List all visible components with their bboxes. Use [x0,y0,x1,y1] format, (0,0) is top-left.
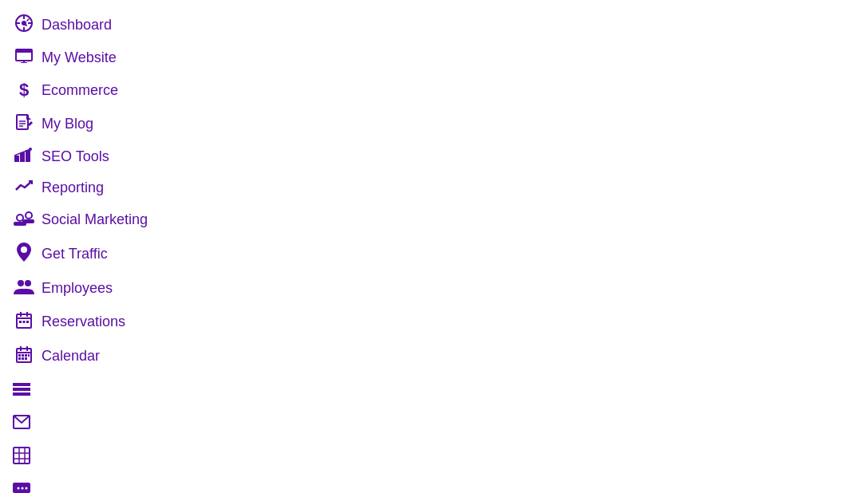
svg-rect-36 [26,321,29,323]
sidebar-item-social-marketing[interactable]: Social Marketing [0,203,184,236]
employees-icon [13,278,35,298]
svg-rect-48 [13,383,30,386]
svg-rect-47 [25,357,27,360]
svg-point-57 [18,487,20,490]
svg-rect-26 [22,219,34,223]
chat-icon [13,483,32,493]
sidebar-item-list[interactable] [0,373,184,407]
my-website-icon [13,49,35,67]
seo-tools-icon [13,148,35,166]
dashboard-icon [13,14,35,36]
svg-rect-17 [20,152,25,162]
sidebar-item-label-dashboard: Dashboard [42,17,112,34]
sidebar-item-label-ecommerce: Ecommerce [42,82,118,99]
sidebar: Dashboard My Website $ Ecommerce [0,0,184,493]
sidebar-item-label-employees: Employees [42,280,113,297]
sidebar-item-mail[interactable] [0,407,184,440]
sidebar-item-dashboard[interactable]: Dashboard [0,8,184,42]
sidebar-item-label-my-website: My Website [42,49,117,66]
sidebar-item-my-website[interactable]: My Website [0,42,184,73]
svg-rect-45 [18,357,21,360]
svg-rect-41 [18,354,21,357]
ecommerce-icon: $ [13,80,35,101]
svg-point-22 [18,215,22,220]
svg-rect-9 [16,49,32,53]
sidebar-item-label-reporting: Reporting [42,179,104,196]
sidebar-item-reporting[interactable]: Reporting [0,172,184,203]
svg-rect-42 [22,354,24,357]
my-blog-icon [13,113,35,135]
svg-rect-35 [23,321,26,323]
sidebar-item-chat[interactable] [0,475,184,493]
sidebar-item-label-calendar: Calendar [42,348,100,365]
svg-rect-50 [13,392,30,396]
reporting-icon [13,179,35,197]
svg-rect-16 [14,156,19,162]
get-traffic-icon [13,243,35,266]
svg-point-27 [21,246,27,253]
svg-point-28 [18,280,24,286]
sidebar-item-seo-tools[interactable]: SEO Tools [0,141,184,172]
sidebar-item-label-social-marketing: Social Marketing [42,211,148,228]
sidebar-item-reservations[interactable]: Reservations [0,305,184,339]
svg-rect-18 [26,150,30,162]
sidebar-item-calendar[interactable]: Calendar [0,339,184,373]
svg-line-7 [25,24,27,26]
svg-point-29 [25,280,31,286]
mail-icon [13,413,30,433]
reservations-icon [13,311,35,333]
sidebar-item-label-my-blog: My Blog [42,116,93,132]
sidebar-item-get-traffic[interactable]: Get Traffic [0,236,184,272]
calendar-icon [13,345,35,367]
sidebar-item-table[interactable] [0,440,184,475]
svg-rect-52 [14,448,30,463]
svg-rect-46 [22,357,24,360]
svg-point-58 [22,487,24,490]
list-icon [13,380,30,400]
svg-point-24 [26,213,31,218]
sidebar-item-label-get-traffic: Get Traffic [42,246,108,262]
sidebar-item-employees[interactable]: Employees [0,272,184,305]
sidebar-item-label-reservations: Reservations [42,314,125,330]
svg-rect-43 [25,354,27,357]
svg-line-3 [27,19,30,22]
sidebar-item-my-blog[interactable]: My Blog [0,107,184,141]
sidebar-item-label-seo-tools: SEO Tools [42,148,109,165]
svg-rect-12 [17,115,28,129]
sidebar-item-ecommerce[interactable]: $ Ecommerce [0,73,184,107]
table-icon [13,448,30,468]
svg-rect-49 [13,388,30,391]
svg-point-59 [26,487,28,490]
social-marketing-icon [13,210,35,230]
svg-rect-44 [28,354,30,357]
svg-rect-34 [19,321,22,323]
